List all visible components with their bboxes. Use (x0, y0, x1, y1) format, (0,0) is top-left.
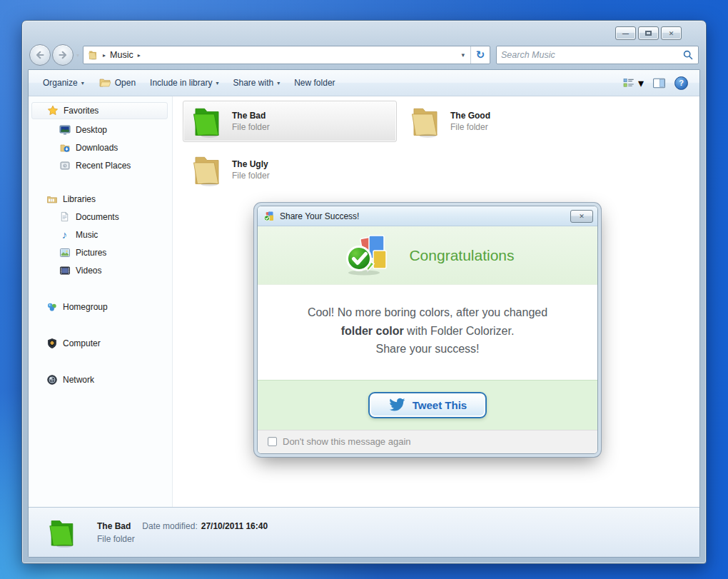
search-icon[interactable] (682, 49, 694, 61)
chevron-down-icon: ▾ (638, 76, 644, 90)
sidebar-gap (29, 279, 172, 298)
sidebar-gap (29, 174, 172, 190)
close-icon: ✕ (579, 213, 585, 220)
selected-item-type: File folder (97, 534, 268, 544)
sidebar-item-downloads[interactable]: Downloads (29, 139, 172, 156)
sidebar-item-libraries[interactable]: Libraries (29, 190, 172, 208)
congratulations-heading: Congratulations (409, 247, 514, 264)
message-bold: folder color (341, 325, 404, 337)
forward-button[interactable] (52, 44, 74, 66)
dialog-titlebar: Share Your Success! ✕ (258, 206, 597, 226)
homegroup-icon (46, 301, 58, 313)
change-view-button[interactable]: ▾ (618, 74, 648, 92)
dialog-header: Congratulations (258, 226, 597, 285)
back-arrow-icon (34, 49, 46, 61)
dialog-close-button[interactable]: ✕ (570, 210, 593, 223)
close-icon: ✕ (669, 30, 674, 37)
desktop-icon (59, 124, 71, 136)
open-button[interactable]: Open (91, 74, 143, 92)
command-toolbar: Organize ▾ Open Include in library ▾ Sha… (29, 70, 699, 96)
sidebar-item-music[interactable]: ♪ Music (29, 226, 172, 243)
tweet-this-button[interactable]: Tweet This (368, 392, 487, 418)
open-folder-icon (98, 77, 111, 89)
message-line1: Cool! No more boring colors, after you c… (308, 306, 547, 318)
preview-pane-button[interactable] (648, 74, 670, 92)
new-folder-button[interactable]: New folder (287, 74, 342, 92)
sidebar-item-desktop[interactable]: Desktop (29, 121, 172, 139)
file-tile-the-ugly[interactable]: The Ugly File folder (183, 149, 397, 191)
include-in-library-menu[interactable]: Include in library ▾ (143, 74, 226, 92)
window-controls: — ✕ (615, 26, 682, 40)
maximize-button[interactable] (638, 26, 659, 40)
tweet-section: Tweet This (258, 380, 597, 430)
videos-icon (59, 264, 71, 276)
breadcrumb-location[interactable]: Music (110, 50, 133, 60)
libraries-icon (46, 193, 58, 205)
date-modified-value: 27/10/2011 16:40 (201, 521, 268, 531)
green-folder-icon (188, 102, 226, 141)
file-tile-the-good[interactable]: The Good File folder (401, 101, 615, 142)
success-folders-icon (340, 233, 395, 278)
dialog-title: Share Your Success! (280, 211, 359, 221)
green-folder-icon (44, 515, 80, 550)
downloads-icon (59, 141, 71, 153)
twitter-bird-icon (388, 398, 405, 412)
details-pane: The Bad Date modified: 27/10/2011 16:40 … (29, 507, 699, 557)
back-button[interactable] (29, 44, 51, 66)
navigation-pane: Favorites Desktop Downloads (29, 96, 173, 507)
chevron-down-icon: ▾ (216, 80, 218, 86)
sidebar-item-network[interactable]: Network (29, 371, 172, 388)
refresh-button[interactable]: ↻ (470, 46, 490, 64)
address-bar[interactable]: ▸ Music ▸ ▾ ↻ (83, 46, 490, 64)
tile-name: The Good (450, 111, 490, 121)
share-with-menu[interactable]: Share with ▾ (226, 74, 287, 92)
tile-type: File folder (232, 122, 270, 132)
sidebar-item-homegroup[interactable]: Homegroup (29, 298, 172, 316)
music-note-icon: ♪ (59, 228, 71, 241)
network-icon (46, 373, 58, 386)
tweet-button-label: Tweet This (413, 399, 467, 411)
sidebar-gap (29, 352, 172, 371)
tile-type: File folder (232, 171, 270, 181)
favorites-star-icon (46, 105, 59, 117)
documents-icon (59, 211, 71, 223)
views-icon (622, 77, 635, 89)
close-button[interactable]: ✕ (661, 26, 682, 40)
forward-arrow-icon (57, 49, 69, 61)
search-input[interactable] (501, 50, 682, 60)
maximize-icon (645, 31, 652, 36)
tile-name: The Bad (232, 111, 270, 121)
sidebar-item-favorites[interactable]: Favorites (31, 102, 168, 119)
message-line3: Share your success! (376, 343, 480, 355)
dialog-footer: Don't show this message again (258, 430, 597, 453)
help-icon: ? (674, 76, 688, 90)
recent-pages-chevron[interactable]: ▾ (76, 52, 79, 59)
file-tile-the-bad[interactable]: The Bad File folder (183, 101, 397, 142)
breadcrumb-separator: ▸ (103, 52, 106, 59)
navigation-bar: ▾ ▸ Music ▸ ▾ ↻ (29, 44, 699, 66)
organize-menu[interactable]: Organize ▾ (36, 74, 91, 92)
sidebar-item-videos[interactable]: Videos (29, 261, 172, 279)
breadcrumb-separator[interactable]: ▸ (138, 52, 141, 59)
minimize-icon: — (622, 30, 629, 37)
message-line2-rest: with Folder Colorizer. (404, 325, 515, 337)
sidebar-item-documents[interactable]: Documents (29, 208, 172, 226)
sidebar-item-pictures[interactable]: Pictures (29, 243, 172, 261)
computer-icon (46, 337, 58, 349)
address-folder-icon (87, 49, 98, 61)
help-button[interactable]: ? (670, 74, 692, 92)
yellow-folder-icon (188, 151, 226, 189)
minimize-button[interactable]: — (615, 26, 636, 40)
tile-grid: The Bad File folder The Good File folder (183, 101, 699, 191)
dont-show-checkbox[interactable] (268, 437, 277, 446)
date-modified-label: Date modified: (142, 521, 197, 531)
preview-pane-icon (652, 77, 666, 89)
yellow-folder-icon (406, 102, 445, 141)
pictures-icon (59, 246, 71, 258)
chevron-down-icon: ▾ (277, 80, 280, 86)
dont-show-label: Don't show this message again (283, 436, 411, 447)
sidebar-item-computer[interactable]: Computer (29, 334, 172, 352)
address-dropdown-icon[interactable]: ▾ (455, 51, 470, 59)
folder-colorizer-icon (263, 211, 275, 222)
sidebar-item-recent-places[interactable]: Recent Places (29, 156, 172, 174)
